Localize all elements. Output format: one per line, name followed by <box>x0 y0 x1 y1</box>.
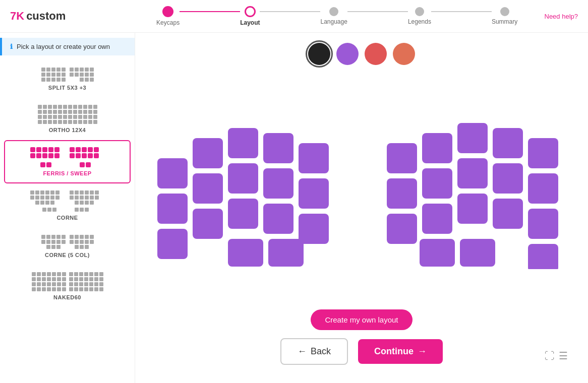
svg-rect-18 <box>422 133 452 163</box>
continue-label: Continue <box>374 346 414 357</box>
step-summary-circle <box>500 7 509 16</box>
list-view-icon[interactable]: ☰ <box>559 350 568 362</box>
swatch-orange[interactable] <box>393 43 415 65</box>
content-area: Create my own layout ← Back Continue → ⛶… <box>135 33 588 383</box>
svg-rect-21 <box>528 138 558 168</box>
svg-rect-9 <box>299 178 329 209</box>
step-layout-label: Layout <box>240 19 260 26</box>
info-icon: ℹ <box>10 43 13 50</box>
layout-item-ferris[interactable]: FERRIS / SWEEP <box>4 140 131 183</box>
svg-rect-3 <box>263 133 293 163</box>
svg-rect-16 <box>268 239 304 267</box>
keyboard-svg <box>150 113 573 269</box>
svg-rect-11 <box>193 209 223 239</box>
svg-rect-1 <box>193 138 223 168</box>
step-legends-circle <box>415 7 424 16</box>
stepper: Keycaps Layout Language Legends Summary <box>96 6 578 26</box>
svg-rect-8 <box>263 168 293 199</box>
step-layout-circle <box>245 6 256 17</box>
continue-arrow-icon: → <box>418 346 427 357</box>
svg-rect-22 <box>387 178 417 209</box>
svg-rect-33 <box>460 239 495 267</box>
swatch-purple[interactable] <box>336 43 359 65</box>
svg-rect-28 <box>422 204 452 234</box>
back-button[interactable]: ← Back <box>280 338 348 365</box>
step-summary[interactable]: Summary <box>492 7 517 25</box>
create-layout-button[interactable]: Create my own layout <box>311 309 412 330</box>
swatch-red[interactable] <box>365 43 387 65</box>
layout-item-ortho12x4[interactable]: document.write(Array(48).fill('<div styl… <box>0 98 135 140</box>
layout-name-ferris: FERRIS / SWEEP <box>13 170 122 176</box>
step-language[interactable]: Language <box>320 7 347 25</box>
step-line-1 <box>180 11 240 12</box>
step-language-label: Language <box>320 18 347 25</box>
svg-rect-0 <box>157 158 188 188</box>
view-icons: ⛶ ☰ <box>545 350 568 362</box>
info-text: Pick a layout or create your own <box>17 43 110 50</box>
svg-rect-25 <box>493 163 523 194</box>
need-help-link[interactable]: Need help? <box>545 13 578 20</box>
color-swatches <box>308 43 415 65</box>
logo: 7K custom <box>10 10 66 23</box>
logo-icon: 7K <box>10 10 24 23</box>
svg-rect-30 <box>493 199 523 229</box>
logo-text: custom <box>26 10 66 23</box>
info-bar: ℹ Pick a layout or create your own <box>0 38 135 55</box>
back-arrow-icon: ← <box>298 346 307 357</box>
svg-rect-12 <box>228 199 258 229</box>
step-language-circle <box>329 7 338 16</box>
layout-name-corne: CORNE <box>9 215 126 221</box>
layout-item-corne[interactable]: CORNE <box>0 183 135 228</box>
svg-rect-5 <box>157 194 188 224</box>
svg-rect-34 <box>528 244 558 269</box>
layout-item-corne5col[interactable]: CORNE (5 COL) <box>0 228 135 265</box>
step-legends-label: Legends <box>408 18 431 25</box>
header: 7K custom Keycaps Layout Language Legend… <box>0 0 588 33</box>
step-line-4 <box>431 11 492 12</box>
svg-rect-14 <box>299 214 329 244</box>
layout-item-split5x3[interactable]: SPLIT 5X3 +3 <box>0 60 135 98</box>
back-label: Back <box>311 346 331 357</box>
svg-rect-20 <box>493 128 523 158</box>
step-keycaps-label: Keycaps <box>156 19 180 26</box>
step-layout[interactable]: Layout <box>240 6 260 26</box>
step-summary-label: Summary <box>492 18 517 25</box>
layout-name-corne5col: CORNE (5 COL) <box>9 252 126 258</box>
step-legends[interactable]: Legends <box>408 7 431 25</box>
svg-rect-4 <box>299 143 329 173</box>
bottom-bar: ← Back Continue → ⛶ ☰ <box>145 330 578 373</box>
svg-rect-32 <box>420 239 455 267</box>
layout-name-split5x3: SPLIT 5X3 +3 <box>9 85 126 91</box>
layout-item-naked60[interactable]: document.write(Array(28).fill('<div styl… <box>0 265 135 307</box>
svg-rect-17 <box>387 143 417 173</box>
fullscreen-icon[interactable]: ⛶ <box>545 350 555 362</box>
layout-name-ortho12x4: ORTHO 12X4 <box>9 127 126 133</box>
step-line-3 <box>347 11 408 12</box>
svg-rect-23 <box>422 168 452 199</box>
step-keycaps-circle <box>162 6 173 17</box>
svg-rect-29 <box>457 194 488 224</box>
svg-rect-6 <box>193 173 223 204</box>
svg-rect-31 <box>528 209 558 239</box>
swatch-black[interactable] <box>308 43 330 65</box>
svg-rect-10 <box>157 229 188 259</box>
main-layout: ℹ Pick a layout or create your own SPLIT… <box>0 33 588 383</box>
svg-rect-19 <box>457 123 488 153</box>
continue-button[interactable]: Continue → <box>358 339 443 364</box>
svg-rect-13 <box>263 204 293 234</box>
step-keycaps[interactable]: Keycaps <box>156 6 180 26</box>
step-line-2 <box>260 11 320 12</box>
sidebar: ℹ Pick a layout or create your own SPLIT… <box>0 33 135 383</box>
svg-rect-7 <box>228 163 258 194</box>
keyboard-visual-area <box>145 77 578 304</box>
svg-rect-2 <box>228 128 258 158</box>
svg-rect-15 <box>228 239 263 267</box>
svg-rect-26 <box>528 173 558 204</box>
svg-rect-27 <box>387 214 417 244</box>
layout-name-naked60: NAKED60 <box>9 294 126 300</box>
svg-rect-24 <box>457 158 488 188</box>
